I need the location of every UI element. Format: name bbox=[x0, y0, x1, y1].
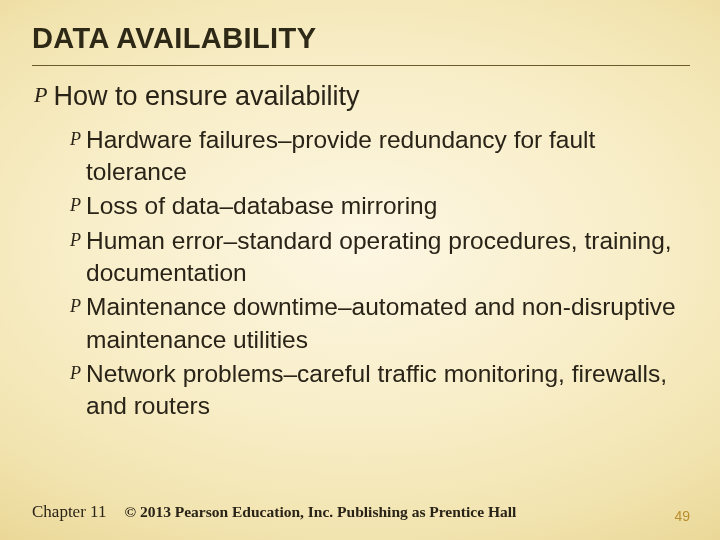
bullet-level2: P Human error–standard operating procedu… bbox=[70, 225, 690, 290]
slide-title: DATA AVAILABILITY bbox=[32, 22, 690, 59]
bullet-level1-text: How to ensure availability bbox=[53, 80, 359, 114]
footer: Chapter 11 © 2013 Pearson Education, Inc… bbox=[32, 502, 690, 522]
copyright-text: © 2013 Pearson Education, Inc. Publishin… bbox=[124, 503, 516, 521]
script-bullet-icon: P bbox=[70, 297, 81, 315]
bullet-level2-text: Network problems–careful traffic monitor… bbox=[86, 358, 690, 423]
bullet-level2: P Loss of data–database mirroring bbox=[70, 190, 690, 222]
bullet-level2-text: Human error–standard operating procedure… bbox=[86, 225, 690, 290]
bullet-level2-text: Maintenance downtime–automated and non-d… bbox=[86, 291, 690, 356]
script-bullet-icon: P bbox=[70, 231, 81, 249]
script-bullet-icon: P bbox=[70, 196, 81, 214]
chapter-label: Chapter 11 bbox=[32, 502, 106, 522]
page-number: 49 bbox=[674, 508, 690, 524]
script-bullet-icon: P bbox=[70, 364, 81, 382]
bullet-level2: P Network problems–careful traffic monit… bbox=[70, 358, 690, 423]
script-bullet-icon: P bbox=[34, 84, 47, 106]
bullet-level2-text: Loss of data–database mirroring bbox=[86, 190, 437, 222]
bullet-level1: P How to ensure availability bbox=[34, 80, 690, 114]
script-bullet-icon: P bbox=[70, 130, 81, 148]
bullet-level2: P Maintenance downtime–automated and non… bbox=[70, 291, 690, 356]
bullet-level2: P Hardware failures–provide redundancy f… bbox=[70, 124, 690, 189]
slide: DATA AVAILABILITY P How to ensure availa… bbox=[0, 0, 720, 540]
bullet-level2-text: Hardware failures–provide redundancy for… bbox=[86, 124, 690, 189]
title-underline bbox=[32, 65, 690, 66]
sub-bullet-list: P Hardware failures–provide redundancy f… bbox=[70, 124, 690, 423]
